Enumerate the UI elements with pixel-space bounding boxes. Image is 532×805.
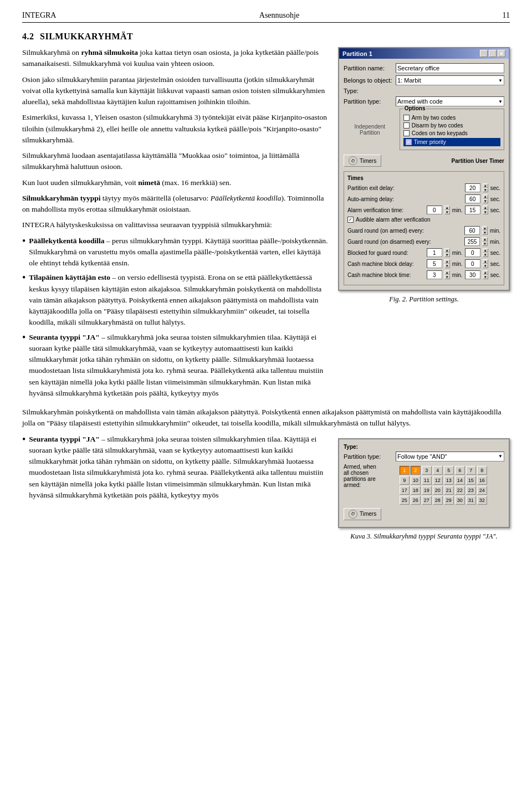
grid-cell-14[interactable]: 14 <box>455 476 465 485</box>
grid-cell-15[interactable]: 15 <box>466 476 476 485</box>
belongs-select[interactable]: 1: Marbit ▼ <box>396 75 504 85</box>
guard-armed-down[interactable]: ▼ <box>482 230 488 235</box>
grid-cell-5[interactable]: 5 <box>444 466 454 475</box>
grid-cell-3[interactable]: 3 <box>422 466 432 475</box>
grid-cell-8[interactable]: 8 <box>477 466 487 475</box>
alarm-ver-sec-up[interactable]: ▲ <box>483 206 488 210</box>
exit-delay-input[interactable] <box>465 183 480 192</box>
grid-cell-29[interactable]: 29 <box>444 496 454 505</box>
p3-partition-type-select[interactable]: Follow type "AND" ▼ <box>396 452 504 462</box>
belongs-arrow: ▼ <box>498 78 503 83</box>
partition-type-label: Partition type: <box>344 98 393 105</box>
blocked-guard-min-input[interactable] <box>427 248 442 257</box>
blocked-guard-min-down[interactable]: ▼ <box>444 253 450 257</box>
audible-alarm-label: Audible alarm after verification <box>356 217 431 223</box>
alarm-ver-min-down[interactable]: ▼ <box>444 210 450 214</box>
grid-section: Armed, whenall chosenpartitions arearmed… <box>344 464 504 505</box>
blocked-guard-min-up[interactable]: ▲ <box>444 248 450 253</box>
partition1-title: Partition 1 <box>342 50 372 57</box>
cash-time-min-unit: min. <box>452 272 463 278</box>
disarm-two-checkbox[interactable] <box>403 122 410 129</box>
grid-cell-24[interactable]: 24 <box>477 486 487 495</box>
timer-priority-checkbox[interactable]: ✓ <box>406 139 412 145</box>
partition1-titlebar: Partition 1 _ □ ✕ <box>339 48 509 59</box>
grid-cell-27[interactable]: 27 <box>422 496 432 505</box>
alarm-verification-min-spin: ▲ ▼ <box>444 206 450 214</box>
blocked-guard-sec-up[interactable]: ▲ <box>483 248 488 253</box>
cash-delay-sec-up[interactable]: ▲ <box>483 259 488 264</box>
guard-disarmed-down[interactable]: ▼ <box>482 242 488 246</box>
cash-time-min-input[interactable] <box>427 270 442 279</box>
cash-delay-min-input[interactable] <box>427 259 442 268</box>
cash-time-sec-input[interactable] <box>465 270 480 279</box>
cash-time-min-up[interactable]: ▲ <box>444 270 450 275</box>
alarm-ver-min-up[interactable]: ▲ <box>444 206 450 210</box>
grid-cell-23[interactable]: 23 <box>466 486 476 495</box>
grid-cell-32[interactable]: 32 <box>477 496 487 505</box>
partition-name-row: Partition name: Secretary office <box>344 63 504 73</box>
audible-alarm-checkbox[interactable]: ✓ <box>347 217 354 223</box>
arm-two-checkbox[interactable] <box>403 115 410 121</box>
grid-cell-6[interactable]: 6 <box>455 466 465 475</box>
grid-cell-10[interactable]: 10 <box>411 476 421 485</box>
grid-cell-25[interactable]: 25 <box>400 496 410 505</box>
auto-arming-input[interactable] <box>465 194 480 203</box>
grid-cell-16[interactable]: 16 <box>477 476 487 485</box>
auto-arming-down[interactable]: ▼ <box>483 199 488 203</box>
blocked-guard-sec-input[interactable] <box>465 248 480 257</box>
exit-delay-down[interactable]: ▼ <box>483 188 488 192</box>
grid-cell-1[interactable]: 1 <box>400 466 410 475</box>
cash-delay-min-up[interactable]: ▲ <box>444 259 450 264</box>
guard-disarmed-up[interactable]: ▲ <box>482 237 488 242</box>
bullet-content-seuranta: Seuranta tyyppi "JA" – silmukkaryhmä jok… <box>29 434 329 501</box>
grid-cell-19[interactable]: 19 <box>422 486 432 495</box>
grid-cell-18[interactable]: 18 <box>411 486 421 495</box>
guard-armed-row: Guard round (on armed) every: ▲ ▼ min. <box>347 226 500 235</box>
blocked-guard-sec-down[interactable]: ▼ <box>483 253 488 257</box>
grid-cell-22[interactable]: 22 <box>455 486 465 495</box>
grid-cell-13[interactable]: 13 <box>444 476 454 485</box>
close-button[interactable]: ✕ <box>498 50 505 57</box>
timer-priority-inner: ✓ Timer priority <box>406 139 498 145</box>
cash-time-sec-down[interactable]: ▼ <box>483 275 488 279</box>
grid-cell-30[interactable]: 30 <box>455 496 465 505</box>
cash-delay-sec-down[interactable]: ▼ <box>483 264 488 268</box>
timers-button[interactable]: ⏱ Timers <box>344 155 381 167</box>
checkbox-arm-two: Arm by two codes <box>403 115 500 121</box>
cash-delay-min-spin: ▲ ▼ <box>444 259 450 268</box>
cash-delay-sec-input[interactable] <box>465 259 480 268</box>
grid-cell-31[interactable]: 31 <box>466 496 476 505</box>
grid-cell-21[interactable]: 21 <box>444 486 454 495</box>
full-width-para: Silmukkaryhmän poiskytkentä on mahdollis… <box>22 407 510 429</box>
grid-cell-11[interactable]: 11 <box>422 476 432 485</box>
alarm-verification-sec-input[interactable] <box>465 206 480 214</box>
cash-delay-min-down[interactable]: ▼ <box>444 264 450 268</box>
grid-cell-7[interactable]: 7 <box>466 466 476 475</box>
p3-partition-type-row: Partition type: Follow type "AND" ▼ <box>344 452 504 462</box>
alarm-ver-sec-down[interactable]: ▼ <box>483 210 488 214</box>
alarm-verification-min-input[interactable] <box>427 206 442 214</box>
grid-cell-12[interactable]: 12 <box>433 476 443 485</box>
grid-cell-17[interactable]: 17 <box>400 486 410 495</box>
independent-label: IndependentPartition <box>355 122 386 137</box>
header-left: INTEGRA <box>22 11 56 20</box>
timer-priority-row[interactable]: ✓ Timer priority <box>403 138 500 146</box>
codes-keypads-checkbox[interactable] <box>403 130 410 136</box>
grid-cell-2[interactable]: 2 <box>411 466 421 475</box>
maximize-button[interactable]: □ <box>489 50 497 57</box>
guard-armed-input[interactable] <box>464 226 480 235</box>
guard-disarmed-input[interactable] <box>464 237 480 246</box>
guard-armed-up[interactable]: ▲ <box>482 226 488 230</box>
grid-cell-4[interactable]: 4 <box>433 466 443 475</box>
cash-time-min-down[interactable]: ▼ <box>444 275 450 279</box>
partition-name-input[interactable]: Secretary office <box>396 63 504 73</box>
exit-delay-up[interactable]: ▲ <box>483 183 488 188</box>
auto-arming-up[interactable]: ▲ <box>483 194 488 199</box>
grid-cell-9[interactable]: 9 <box>400 476 410 485</box>
grid-cell-20[interactable]: 20 <box>433 486 443 495</box>
p3-timers-button[interactable]: ⏱ Timers <box>344 508 381 520</box>
grid-cell-26[interactable]: 26 <box>411 496 421 505</box>
cash-time-sec-up[interactable]: ▲ <box>483 270 488 275</box>
minimize-button[interactable]: _ <box>480 50 488 57</box>
grid-cell-28[interactable]: 28 <box>433 496 443 505</box>
